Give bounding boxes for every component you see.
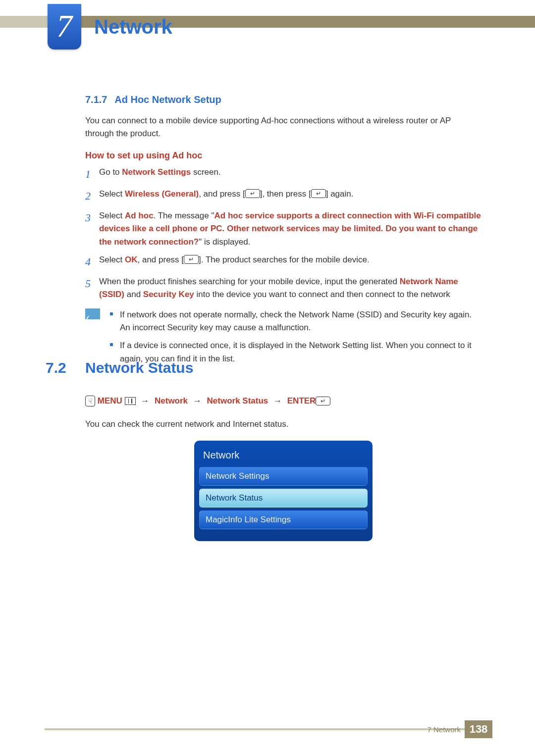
enter-icon: ↵ — [316, 397, 330, 405]
text-red: Network Settings — [122, 167, 191, 177]
step-number: 2 — [85, 188, 99, 204]
header-band-left — [0, 16, 48, 28]
text-red: Ad hoc — [125, 211, 154, 220]
menu-item-network-settings[interactable]: Network Settings — [199, 467, 368, 486]
section-desc: You can check the current network and In… — [85, 418, 482, 431]
step-number: 1 — [85, 166, 99, 183]
step-5: 5 When the product finishes searching fo… — [85, 275, 482, 302]
menu-item-magicinfo[interactable]: MagicInfo Lite Settings — [199, 510, 368, 529]
hand-icon: ☟ — [85, 396, 95, 406]
step-body: When the product finishes searching for … — [99, 275, 482, 302]
step-4: 4 Select OK, and press [↵]. The product … — [85, 253, 482, 270]
text: Select — [99, 211, 125, 220]
text: ] again. — [326, 189, 354, 199]
step-body: Select OK, and press [↵]. The product se… — [99, 253, 482, 266]
breadcrumb-item: Network Status — [207, 396, 268, 405]
footer-label: 7 Network — [427, 725, 461, 734]
text: , and press [ — [137, 255, 184, 264]
page-footer: 7 Network 138 — [0, 720, 535, 740]
bullet-icon — [110, 343, 113, 346]
chapter-title: Network — [94, 16, 172, 38]
section-title: Network Status — [85, 359, 193, 376]
step-body: Select Wireless (General), and press [↵]… — [99, 188, 482, 201]
step-2: 2 Select Wireless (General), and press [… — [85, 188, 482, 204]
subsection-heading: 7.1.7 Ad Hoc Network Setup — [85, 94, 482, 105]
text: ]. The product searches for the mobile d… — [199, 255, 370, 264]
text: " is displayed. — [199, 237, 250, 247]
menu-item-network-status[interactable]: Network Status — [199, 489, 368, 507]
text: Select — [99, 189, 125, 199]
footer-line — [45, 728, 466, 730]
text: , and press [ — [199, 189, 245, 199]
text: into the device you want to connect and … — [194, 290, 450, 299]
steps-list: 1 Go to Network Settings screen. 2 Selec… — [85, 166, 482, 302]
section-72-heading: 7.2 Network Status — [46, 359, 482, 376]
note-text: If network does not operate normally, ch… — [120, 308, 482, 335]
chapter-number: 7 — [48, 8, 81, 45]
text: Select — [99, 255, 125, 264]
step-3: 3 Select Ad hoc. The message "Ad hoc ser… — [85, 209, 482, 249]
text: screen. — [191, 167, 220, 177]
page-number: 138 — [465, 720, 492, 738]
arrow-icon: → — [141, 396, 149, 405]
chapter-tab: 7 — [48, 4, 81, 50]
breadcrumb-item: Network — [155, 396, 188, 405]
network-menu-panel: Network Network Settings Network Status … — [194, 441, 373, 541]
text-red: OK — [125, 255, 138, 264]
menu-breadcrumb: ☟ MENU → Network → Network Status → ENTE… — [85, 396, 482, 407]
enter-icon: ↵ — [184, 255, 199, 264]
menu-grid-icon — [125, 397, 136, 405]
howto-heading: How to set up using Ad hoc — [85, 151, 482, 161]
step-1: 1 Go to Network Settings screen. — [85, 166, 482, 183]
text: . The message " — [154, 211, 214, 220]
step-body: Select Ad hoc. The message "Ad hoc servi… — [99, 209, 482, 249]
section-72-content: ☟ MENU → Network → Network Status → ENTE… — [85, 396, 482, 541]
note-item: If network does not operate normally, ch… — [110, 308, 482, 335]
step-body: Go to Network Settings screen. — [99, 166, 482, 179]
section-717: 7.1.7 Ad Hoc Network Setup You can conne… — [85, 94, 482, 370]
text: Go to — [99, 167, 122, 177]
breadcrumb-menu: MENU — [98, 396, 122, 405]
step-number: 4 — [85, 253, 99, 270]
text: and — [124, 290, 143, 299]
breadcrumb-enter: ENTER — [287, 396, 316, 405]
text: ], then press [ — [260, 189, 311, 199]
text: When the product finishes searching for … — [99, 277, 400, 286]
text-red: Wireless (General) — [125, 189, 199, 199]
step-number: 3 — [85, 209, 99, 226]
section-title: Ad Hoc Network Setup — [114, 94, 221, 105]
enter-icon: ↵ — [311, 189, 326, 198]
enter-icon: ↵ — [245, 189, 260, 198]
network-menu-title: Network — [199, 447, 368, 467]
bullet-icon — [110, 312, 113, 315]
text-red: Security Key — [143, 290, 194, 299]
step-number: 5 — [85, 275, 99, 292]
arrow-icon: → — [193, 396, 202, 405]
section-intro: You can connect to a mobile device suppo… — [85, 114, 482, 141]
arrow-icon: → — [273, 396, 282, 405]
note-icon — [85, 308, 100, 319]
section-number: 7.1.7 — [85, 94, 107, 105]
section-number: 7.2 — [46, 359, 85, 376]
